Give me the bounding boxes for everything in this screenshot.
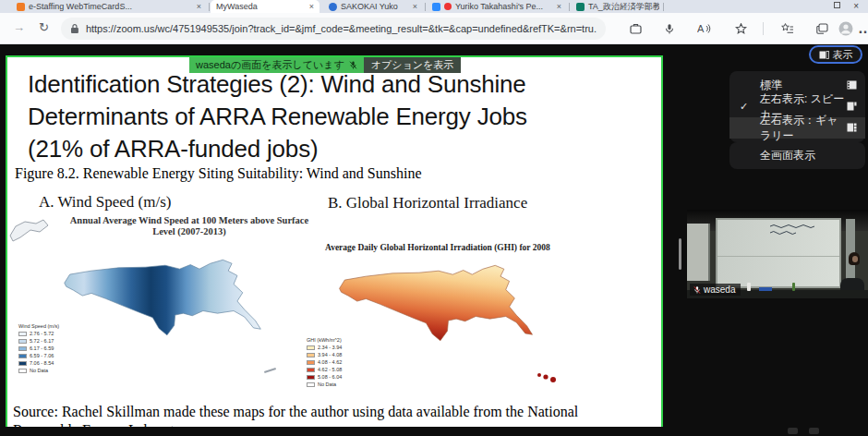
legend-swatch <box>307 375 315 380</box>
url-text: https://zoom.us/wc/4751949535/join?track… <box>86 23 597 34</box>
toolbar-hint <box>788 428 798 434</box>
toolbar-divider <box>763 22 764 35</box>
tab-separator <box>209 3 210 11</box>
legend-swatch <box>18 346 27 351</box>
check-icon: ✓ <box>740 101 748 113</box>
panel-a-label: A. Wind Speed (m/s) <box>39 193 172 212</box>
collections-icon[interactable] <box>814 21 829 36</box>
ghi-us-map <box>331 264 543 349</box>
workspaces-icon[interactable] <box>628 21 643 36</box>
whiteboard <box>716 218 840 289</box>
white-bottle <box>747 283 751 291</box>
recording-dot-icon <box>444 3 452 10</box>
whiteboard-rail <box>717 256 838 257</box>
wind-speed-us-map <box>55 259 271 344</box>
legend-swatch <box>18 354 27 358</box>
participant-name-tag: waseda <box>690 284 741 296</box>
legend-swatch <box>307 368 315 372</box>
whiteboard-writing <box>768 223 824 237</box>
more-menu-icon[interactable]: … <box>858 21 868 36</box>
legend-swatch <box>18 361 27 366</box>
panel-b-label: B. Global Horizontal Irradiance <box>328 194 527 212</box>
hawaii-inset-map <box>264 368 276 373</box>
address-bar[interactable]: https://zoom.us/wc/4751949535/join?track… <box>61 18 606 40</box>
profile-avatar[interactable] <box>838 21 853 36</box>
forward-arrow-icon[interactable]: → <box>13 20 25 34</box>
tab-label: SAKOKAI Yuko <box>341 2 398 11</box>
tab-close-icon[interactable]: × <box>409 2 417 11</box>
add-favorite-star-icon[interactable] <box>733 21 748 36</box>
tab-label: e-Staffing WebTimeCardS... <box>29 2 132 11</box>
browser-toolbar: → ↻ https://zoom.us/wc/4751949535/join?t… <box>0 13 868 44</box>
tab-label: Yuriko Takahashi's Pe... <box>455 2 543 11</box>
participant-video-tile[interactable]: waseda <box>687 210 868 298</box>
view-menu-fullscreen-group: 全画面表示 <box>729 142 865 169</box>
view-menu: 標準 ✓ 左右表示: スピーカー 左右表示：ギャラリー <box>729 71 865 142</box>
show-options-button[interactable]: オプションを表示 <box>364 57 462 73</box>
legend-swatch <box>18 339 27 344</box>
tab-favicon <box>576 3 585 11</box>
legend-title: GHI (kWh/m^2) <box>307 337 342 343</box>
zoom-favicon <box>432 3 440 11</box>
svg-text:A: A <box>697 23 705 34</box>
slide-title: Identification Strategies (2): Wind and … <box>28 68 527 165</box>
ghi-map-title: Average Daily Global Horizontal Irradiat… <box>325 243 550 252</box>
tab-mywaseda[interactable]: MyWaseda × <box>211 0 319 13</box>
refresh-icon[interactable]: ↻ <box>39 20 49 34</box>
legend-range: 6.59 - 7.06 <box>30 353 54 358</box>
menu-item-side-gallery[interactable]: 左右表示：ギャラリー <box>729 117 865 139</box>
tab-separator <box>663 3 664 11</box>
legend-range: 2.76 - 5.72 <box>30 331 54 336</box>
standard-view-icon <box>847 79 857 92</box>
voice-search-icon[interactable] <box>662 21 677 36</box>
legend-swatch <box>307 353 315 357</box>
tab-close-icon[interactable]: × <box>553 2 561 11</box>
legend-swatch <box>307 382 315 387</box>
menu-label: 左右表示：ギャラリー <box>760 113 847 144</box>
legend-swatch <box>307 345 315 350</box>
legend-range: 5.72 - 6.17 <box>30 338 54 344</box>
legend-swatch <box>307 360 315 365</box>
tab-label: MyWaseda <box>216 2 258 11</box>
tab-favicon <box>329 3 337 11</box>
blue-object <box>759 287 772 291</box>
wind-map-title: Annual Average Wind Speed at 100 Meters … <box>59 215 319 237</box>
window-maximize-button[interactable] <box>834 2 840 8</box>
favorites-bar-icon[interactable] <box>780 21 795 36</box>
menu-item-fullscreen[interactable]: 全画面表示 <box>729 142 865 169</box>
tab-label: TA_政治経済学部教務事務... <box>588 1 659 13</box>
legend-swatch <box>18 332 27 336</box>
view-button[interactable]: 表示 <box>809 45 862 64</box>
tab-ta-office[interactable]: TA_政治経済学部教務事務... × <box>571 0 659 13</box>
tab-e-staffing[interactable]: e-Staffing WebTimeCardS... × <box>11 0 207 13</box>
view-button-label: 表示 <box>833 48 853 62</box>
legend-range: No Data <box>318 382 336 387</box>
muted-mic-icon <box>349 60 357 70</box>
lock-icon <box>70 23 79 34</box>
legend-range: No Data <box>30 368 48 373</box>
legend-title: Wind Speed (m/s) <box>18 323 59 329</box>
share-message: wasedaの画面を表示しています <box>196 57 344 73</box>
alaska-inset-map <box>7 216 52 244</box>
meeting-content-area: Identification Strategies (2): Wind and … <box>0 44 868 436</box>
tab-sakokai[interactable]: SAKOKAI Yuko × <box>323 0 423 13</box>
toolbar-hint <box>809 428 819 434</box>
panel-scrollbar[interactable] <box>679 238 681 270</box>
tab-separator <box>569 3 570 11</box>
menu-label: 全画面表示 <box>760 148 815 164</box>
projection-screen <box>687 224 710 280</box>
tab-zoom-meeting[interactable]: Yuriko Takahashi's Pe... × <box>427 0 567 13</box>
participant-name: waseda <box>704 285 735 295</box>
tab-close-icon[interactable]: × <box>306 2 314 11</box>
figure-caption: Figure 8.2. Renewable Energy Siting Suit… <box>15 165 422 182</box>
tab-close-icon[interactable]: × <box>193 2 201 11</box>
legend-range: 3.94 - 4.08 <box>318 352 342 357</box>
legend-range: 4.62 - 5.08 <box>318 367 342 372</box>
read-aloud-icon[interactable]: A <box>696 21 711 36</box>
ghi-map-legend: GHI (kWh/m^2) 2.34 - 3.94 3.94 - 4.08 4.… <box>307 337 342 388</box>
side-gallery-icon <box>847 122 857 135</box>
legend-range: 6.17 - 6.59 <box>30 345 54 351</box>
source-note: Source: Rachel Skillman made these maps … <box>13 403 578 427</box>
tab-separator <box>425 3 426 11</box>
window-close-button[interactable]: × <box>853 1 859 11</box>
